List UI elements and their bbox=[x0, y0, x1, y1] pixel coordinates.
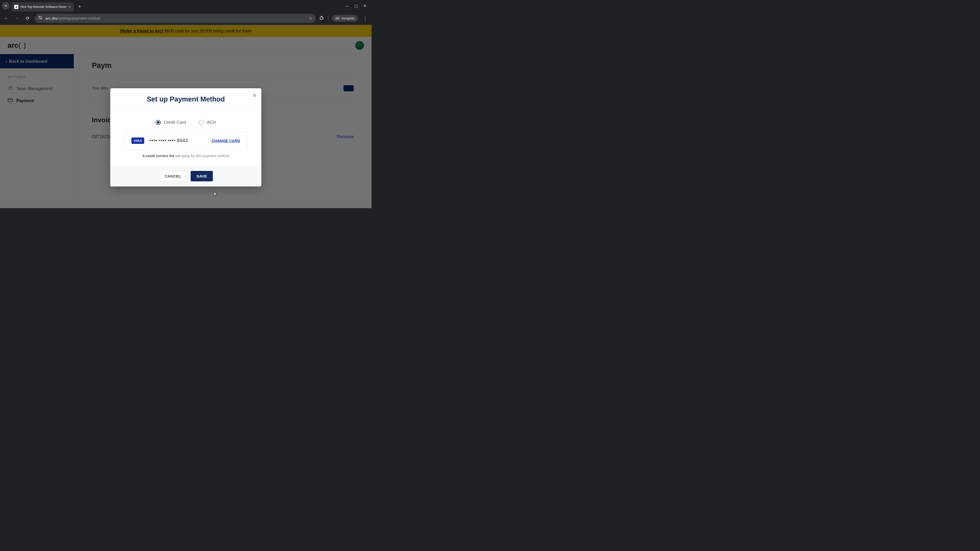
tab-title: Hire Top Remote Software Deve bbox=[21, 5, 66, 9]
radio-label: ACH bbox=[207, 120, 216, 125]
extensions-icon[interactable] bbox=[319, 16, 324, 21]
radio-credit-card[interactable]: Credit Card bbox=[156, 120, 186, 125]
radio-ach[interactable]: ACH bbox=[199, 120, 216, 125]
close-window-icon[interactable]: ✕ bbox=[363, 4, 366, 8]
service-fee-note: A small service fee will apply for this … bbox=[124, 154, 247, 158]
browser-menu-icon[interactable]: ⋮ bbox=[361, 16, 369, 21]
svg-point-4 bbox=[336, 18, 337, 19]
svg-point-3 bbox=[41, 18, 41, 19]
browser-toolbar: ← → ⟳ arc.dev/settings/payment-method ☆ … bbox=[0, 12, 372, 25]
forward-button[interactable]: → bbox=[13, 16, 21, 21]
new-tab-button[interactable]: + bbox=[78, 4, 81, 10]
page-viewport: [Refer a friend to Arc] $500 cash for yo… bbox=[0, 25, 372, 208]
incognito-label: Incognito bbox=[341, 16, 355, 20]
radio-unchecked-icon bbox=[199, 120, 204, 125]
svg-point-5 bbox=[338, 18, 339, 19]
back-button[interactable]: ← bbox=[3, 16, 10, 21]
close-icon[interactable]: ✕ bbox=[252, 92, 257, 99]
browser-tab-strip: a Hire Top Remote Software Deve ✕ + — ▢ … bbox=[0, 0, 372, 12]
tab-search-button[interactable] bbox=[2, 2, 10, 10]
modal-title: Set up Payment Method bbox=[115, 95, 256, 103]
card-number-masked: •••• •••• •••• 8943 bbox=[150, 138, 188, 143]
reload-button[interactable]: ⟳ bbox=[24, 16, 31, 21]
cancel-button[interactable]: CANCEL bbox=[159, 171, 187, 181]
maximize-icon[interactable]: ▢ bbox=[355, 4, 358, 8]
bookmark-star-icon[interactable]: ☆ bbox=[309, 16, 312, 21]
change-card-link[interactable]: CHANGE CARD bbox=[212, 139, 240, 143]
incognito-icon bbox=[335, 16, 340, 21]
saved-card-box: VISA •••• •••• •••• 8943 CHANGE CARD bbox=[124, 132, 247, 150]
visa-badge: VISA bbox=[131, 138, 144, 144]
minimize-icon[interactable]: — bbox=[345, 4, 349, 8]
save-button[interactable]: SAVE bbox=[191, 171, 213, 181]
address-bar[interactable]: arc.dev/settings/payment-method ☆ bbox=[35, 14, 316, 23]
incognito-badge[interactable]: Incognito bbox=[332, 15, 358, 22]
tab-close-icon[interactable]: ✕ bbox=[68, 5, 71, 9]
browser-tab[interactable]: a Hire Top Remote Software Deve ✕ bbox=[12, 2, 74, 11]
payment-method-modal: Set up Payment Method ✕ Credit Card ACH … bbox=[110, 88, 261, 186]
tab-favicon-icon: a bbox=[14, 5, 18, 9]
radio-label: Credit Card bbox=[164, 120, 186, 125]
radio-checked-icon bbox=[156, 120, 161, 125]
svg-point-2 bbox=[39, 16, 40, 17]
url-text: arc.dev/settings/payment-method bbox=[45, 16, 306, 21]
window-controls: — ▢ ✕ bbox=[345, 4, 369, 8]
site-settings-icon[interactable] bbox=[38, 16, 42, 21]
